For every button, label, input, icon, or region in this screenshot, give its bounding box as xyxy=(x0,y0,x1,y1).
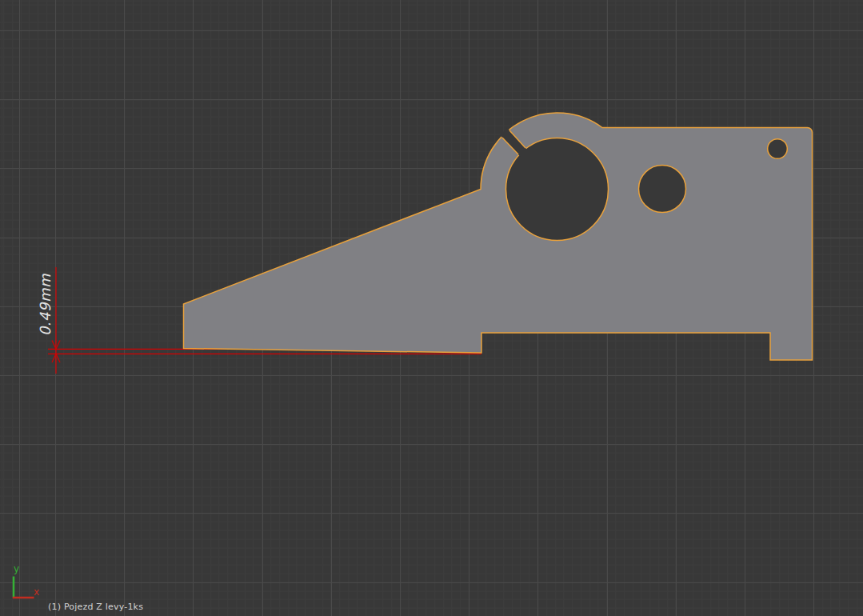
sketch-canvas xyxy=(0,0,863,616)
dimension-value-label[interactable]: 0.49mm xyxy=(37,274,54,336)
dimension-arrow-up xyxy=(52,354,56,362)
bore-hole-small[interactable] xyxy=(768,139,788,159)
part-profile[interactable] xyxy=(184,113,813,360)
y-axis-label: y xyxy=(14,563,19,574)
dimension-arrow-up xyxy=(56,354,60,362)
cad-viewport[interactable]: 0.49mm y x (1) Pojezd Z levy-1ks xyxy=(0,0,863,616)
origin-axis-gizmo xyxy=(13,577,34,598)
dimension-arrow-down xyxy=(52,341,56,350)
bore-hole-medium[interactable] xyxy=(639,166,686,213)
dimension-arrow-down xyxy=(56,341,60,350)
item-name-label: (1) Pojezd Z levy-1ks xyxy=(48,602,143,612)
x-axis-label: x xyxy=(34,586,39,598)
